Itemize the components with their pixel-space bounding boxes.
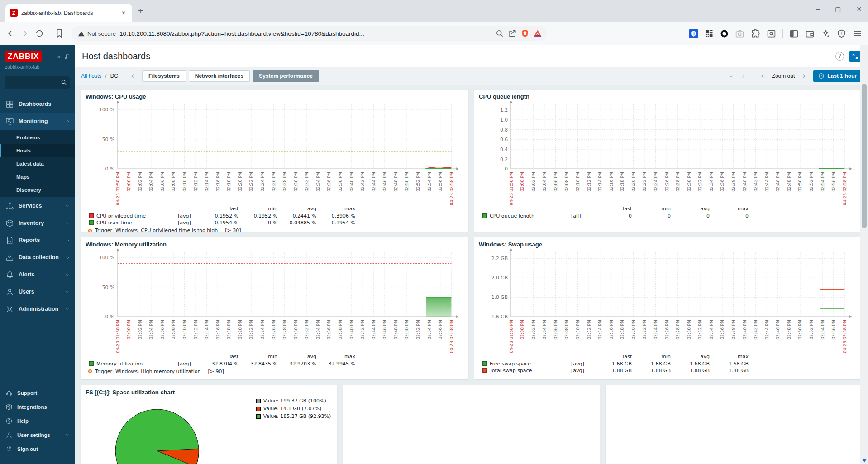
sidebar-item-label: Monitoring — [19, 118, 48, 124]
svg-text:02:00 PM: 02:00 PM — [126, 320, 131, 340]
svg-text:02:08 PM: 02:08 PM — [564, 320, 569, 340]
help-icon[interactable]: ? — [835, 52, 844, 61]
vpn-shield-icon[interactable] — [837, 29, 846, 38]
search-tabs-icon[interactable] — [767, 29, 776, 38]
sidebar-subitem-problems[interactable]: Problems — [0, 131, 75, 144]
bookmark-icon[interactable] — [54, 28, 64, 38]
extensions-puzzle-icon[interactable] — [751, 29, 760, 38]
qr-extension-icon[interactable] — [705, 29, 714, 38]
browser-tab[interactable]: Z zabbix-anhlx-lab: Dashboards ✕ — [5, 4, 132, 22]
address-text[interactable]: 10.10.200.11:8080/zabbix.php?action=host… — [119, 30, 491, 37]
adblock-circle-icon[interactable] — [720, 29, 729, 38]
inventory-icon — [5, 219, 14, 227]
sidebar-subitem-discovery[interactable]: Discovery — [0, 183, 75, 196]
sidebar-item-alerts[interactable]: Alerts — [0, 266, 75, 283]
sidebar-footer-help[interactable]: Help — [0, 414, 75, 428]
zoom-out-page-icon[interactable] — [495, 29, 504, 38]
sidebar-footer-integrations[interactable]: Integrations — [0, 400, 75, 414]
sidebar-footer-support[interactable]: Support — [0, 386, 75, 400]
chevron-down-icon — [65, 221, 70, 226]
tabs-scroll-left-icon[interactable] — [130, 73, 136, 79]
svg-text:02:42 PM: 02:42 PM — [360, 172, 365, 192]
zabbix-favicon: Z — [10, 9, 18, 17]
wallet-icon[interactable] — [805, 29, 815, 38]
menu-hamburger-icon[interactable] — [853, 28, 863, 38]
dashboard-tab-filesystems[interactable]: Filesystems — [142, 70, 186, 82]
bat-rewards-icon[interactable] — [533, 29, 542, 38]
sidebar-item-label: User settings — [17, 432, 50, 438]
svg-text:02:10 PM: 02:10 PM — [575, 172, 580, 192]
svg-text:02:36 PM: 02:36 PM — [720, 320, 725, 340]
svg-text:02:32 PM: 02:32 PM — [304, 320, 309, 340]
scroll-down-indicator[interactable] — [862, 459, 867, 462]
svg-text:02:44 PM: 02:44 PM — [371, 320, 376, 340]
maximize-button[interactable]: ▢ — [835, 5, 841, 13]
close-button[interactable]: ✕ — [856, 5, 862, 13]
sign-out-icon — [5, 445, 13, 453]
pie-swatch — [256, 407, 261, 411]
sidebar-item-label: Data collection — [19, 254, 59, 260]
leo-ai-sparkle-icon[interactable] — [821, 29, 830, 38]
kiosk-mode-button[interactable] — [849, 51, 861, 62]
trigger-icon — [88, 229, 92, 232]
sidebar-item-reports[interactable]: Reports — [0, 232, 75, 249]
sidebar-item-dashboards[interactable]: Dashboards — [0, 95, 75, 113]
svg-text:02:52 PM: 02:52 PM — [809, 320, 814, 340]
user-settings-icon — [5, 431, 13, 439]
sidebar-subitem-maps[interactable]: Maps — [0, 170, 75, 183]
tab-title: zabbix-anhlx-lab: Dashboards — [21, 10, 116, 16]
sidebar-item-users[interactable]: Users — [0, 283, 75, 300]
sidebar-item-administration[interactable]: Administration — [0, 300, 75, 317]
tabs-scroll-right-icon[interactable] — [740, 73, 746, 79]
minimize-button[interactable]: – — [816, 5, 820, 13]
page-scrollbar[interactable] — [860, 45, 868, 464]
camera-icon[interactable] — [735, 29, 744, 38]
panel-title: CPU queue length — [479, 93, 857, 100]
zoom-out-button[interactable]: Zoom out — [772, 73, 795, 79]
share-icon[interactable] — [508, 29, 517, 38]
bitwarden-icon[interactable] — [689, 29, 698, 38]
sidebar-item-inventory[interactable]: Inventory — [0, 214, 75, 232]
svg-text:02:06 PM: 02:06 PM — [553, 172, 558, 192]
svg-text:02:20 PM: 02:20 PM — [631, 172, 636, 192]
svg-text:02:30 PM: 02:30 PM — [293, 172, 298, 192]
breadcrumb-all-hosts[interactable]: All hosts — [81, 73, 101, 79]
zabbix-logo[interactable]: ZABBIX — [5, 51, 42, 62]
security-chip[interactable]: Not secure — [78, 30, 116, 37]
dashboard-tab-system-performance[interactable]: System performance — [253, 70, 319, 82]
sidebar-subitem-hosts[interactable]: Hosts — [0, 144, 75, 157]
url-bar[interactable]: Not secure 10.10.200.11:8080/zabbix.php?… — [72, 26, 547, 41]
tabs-dropdown-icon[interactable] — [728, 73, 734, 79]
time-back-icon[interactable] — [760, 73, 766, 79]
svg-text:02:44 PM: 02:44 PM — [764, 172, 769, 192]
svg-text:02:06 PM: 02:06 PM — [553, 320, 558, 340]
back-icon[interactable] — [5, 28, 15, 38]
sidebar-item-monitoring[interactable]: Monitoring — [0, 113, 75, 130]
svg-text:02:04 PM: 02:04 PM — [542, 172, 547, 192]
svg-text:02:34 PM: 02:34 PM — [709, 172, 714, 192]
sidebar-subitem-latest-data[interactable]: Latest data — [0, 157, 75, 170]
sidebar-item-services[interactable]: Services — [0, 197, 75, 214]
breadcrumb-separator: / — [105, 73, 106, 79]
svg-text:02:42 PM: 02:42 PM — [753, 172, 758, 192]
svg-text:02:48 PM: 02:48 PM — [393, 320, 398, 340]
sidebar-item-data-collection[interactable]: Data collection — [0, 249, 75, 266]
reload-icon[interactable] — [34, 28, 44, 38]
svg-text:02:06 PM: 02:06 PM — [160, 320, 165, 340]
svg-text:02:18 PM: 02:18 PM — [620, 172, 625, 192]
time-range-button[interactable]: Last 1 hour — [813, 70, 862, 82]
scrollbar-thumb[interactable] — [862, 84, 867, 228]
hide-sidebar-icon[interactable] — [64, 54, 70, 60]
forward-icon[interactable] — [20, 28, 30, 38]
sidebar-toggle-icon[interactable] — [789, 29, 799, 38]
brave-shield-icon[interactable] — [520, 29, 529, 38]
tab-close-icon[interactable]: ✕ — [119, 9, 128, 17]
new-tab-button[interactable]: + — [138, 6, 143, 15]
time-forward-icon[interactable] — [801, 73, 807, 79]
dashboard-tab-network-interfaces[interactable]: Network interfaces — [189, 70, 250, 82]
sidebar-footer-user-settings[interactable]: User settings — [0, 428, 75, 442]
sidebar-footer-sign-out[interactable]: Sign out — [0, 442, 75, 456]
collapse-sidebar-icon[interactable]: « — [57, 53, 61, 60]
svg-text:0.4: 0.4 — [500, 147, 508, 152]
svg-text:02:22 PM: 02:22 PM — [248, 320, 253, 340]
